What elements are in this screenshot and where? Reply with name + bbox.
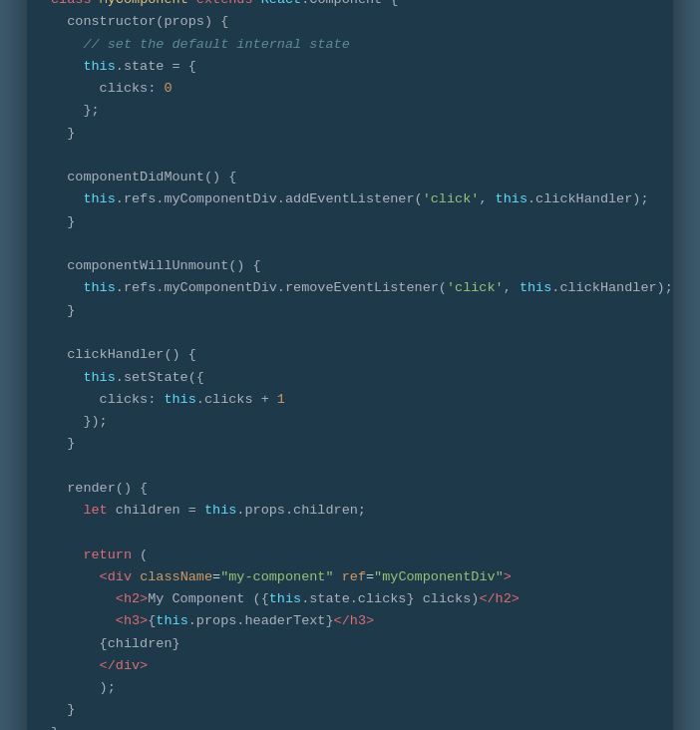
code-line: <h2>My Component ({this.state.clicks} cl… xyxy=(51,588,649,610)
code-window: class MyComponent extends React.Componen… xyxy=(27,0,673,730)
code-line: clickHandler() { xyxy=(51,344,649,366)
code-line xyxy=(51,456,649,478)
code-line: clicks: 0 xyxy=(51,78,649,100)
code-line: {children} xyxy=(51,633,649,655)
code-line: } xyxy=(51,123,649,145)
code-line xyxy=(51,522,649,544)
code-line xyxy=(51,233,649,255)
code-line: componentDidMount() { xyxy=(51,167,649,188)
code-line: clicks: this.clicks + 1 xyxy=(51,389,649,411)
code-line: this.refs.myComponentDiv.addEventListene… xyxy=(51,188,649,210)
code-line xyxy=(51,322,649,344)
code-line: this.state = { xyxy=(51,56,649,78)
code-line: return ( xyxy=(51,545,649,566)
code-line: } xyxy=(51,300,649,322)
code-line: <h3>{this.props.headerText}</h3> xyxy=(51,610,649,632)
code-line xyxy=(51,145,649,167)
code-line: this.setState({ xyxy=(51,367,649,389)
code-line: componentWillUnmount() { xyxy=(51,255,649,277)
code-line: }; xyxy=(51,100,649,122)
code-line: class MyComponent extends React.Componen… xyxy=(51,0,649,11)
code-editor: class MyComponent extends React.Componen… xyxy=(27,0,673,730)
code-line: ); xyxy=(51,677,649,699)
code-line: } xyxy=(51,433,649,455)
code-line: this.refs.myComponentDiv.removeEventList… xyxy=(51,277,649,299)
code-line: </div> xyxy=(51,655,649,677)
code-line: }); xyxy=(51,411,649,433)
code-line: } xyxy=(51,722,649,730)
code-line: // set the default internal state xyxy=(51,34,649,56)
code-line: } xyxy=(51,699,649,721)
code-line: let children = this.props.children; xyxy=(51,500,649,522)
code-line: } xyxy=(51,211,649,233)
code-line: constructor(props) { xyxy=(51,11,649,33)
code-line: <div className="my-component" ref="myCom… xyxy=(51,566,649,588)
code-line: render() { xyxy=(51,478,649,500)
